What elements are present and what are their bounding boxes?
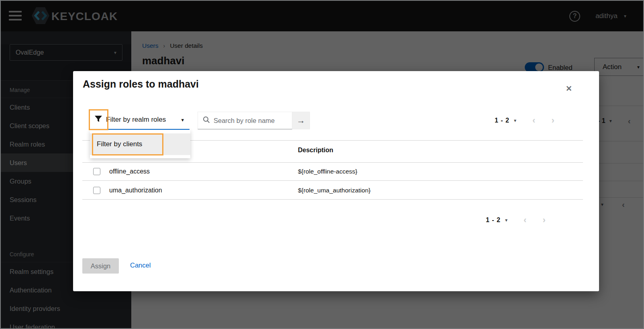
arrow-right-icon: → xyxy=(297,116,305,125)
chevron-down-icon: ▾ xyxy=(181,117,184,123)
filter-type-dropdown[interactable]: Filter by realm roles ▾ xyxy=(90,110,190,130)
pagination-bottom: 1 - 2 ▾ ‹ › xyxy=(486,216,546,225)
search-input[interactable] xyxy=(214,117,286,125)
keycloak-admin-screen: KEYCLOAK ? adithya ▾ OvalEdge ▾ Manage C… xyxy=(0,0,644,329)
chevron-right-icon[interactable]: › xyxy=(542,216,545,225)
table-border xyxy=(82,199,583,200)
filter-icon xyxy=(94,115,102,125)
filter-selected-label: Filter by realm roles xyxy=(106,116,166,124)
pagination-range: 1 - 2 xyxy=(495,117,509,124)
search-input-wrapper xyxy=(198,112,292,129)
role-checkbox[interactable] xyxy=(93,168,100,175)
chevron-left-icon[interactable]: ‹ xyxy=(532,116,535,125)
chevron-right-icon[interactable]: › xyxy=(551,116,554,125)
role-description: ${role_offline-access} xyxy=(298,168,357,175)
close-icon[interactable]: ✕ xyxy=(562,82,576,95)
pagination-top: 1 - 2 ▾ ‹ › xyxy=(495,116,554,125)
chevron-left-icon[interactable]: ‹ xyxy=(524,216,526,225)
role-checkbox[interactable] xyxy=(93,187,100,194)
cancel-button[interactable]: Cancel xyxy=(130,262,151,269)
assign-roles-modal: Assign roles to madhavi ✕ Filter by real… xyxy=(73,71,599,291)
search-submit-button[interactable]: → xyxy=(292,112,310,129)
chevron-down-icon[interactable]: ▾ xyxy=(505,217,507,223)
role-name: uma_authorization xyxy=(109,187,162,194)
role-description: ${role_uma_authorization} xyxy=(298,187,371,194)
role-search: → xyxy=(198,112,310,129)
modal-title: Assign roles to madhavi xyxy=(83,78,199,90)
chevron-down-icon[interactable]: ▾ xyxy=(514,118,516,123)
assign-button[interactable]: Assign xyxy=(82,258,119,274)
table-border xyxy=(82,180,583,181)
filter-dropdown-menu: Filter by clients xyxy=(90,130,190,158)
role-name: offline_access xyxy=(109,168,150,175)
table-border xyxy=(82,162,583,163)
search-icon xyxy=(203,116,210,125)
menu-item-filter-by-clients[interactable]: Filter by clients xyxy=(90,133,190,155)
column-header-description: Description xyxy=(298,147,333,154)
pagination-range: 1 - 2 xyxy=(486,217,501,224)
